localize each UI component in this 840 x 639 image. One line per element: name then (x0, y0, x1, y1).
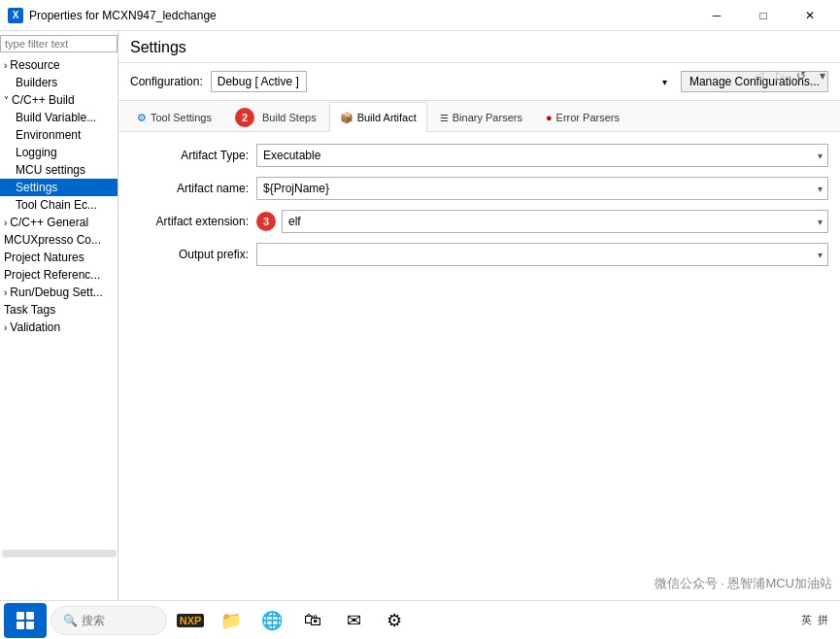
build-artifact-icon: 📦 (340, 112, 353, 124)
taskbar-search[interactable]: 🔍 (50, 606, 167, 635)
artifact-type-row: Artifact Type: Executable (130, 144, 828, 167)
artifact-ext-label: Artifact extension: (130, 215, 256, 228)
artifact-name-select[interactable]: ${ProjName} (256, 177, 828, 200)
config-row: Configuration: Debug [ Active ] Manage C… (118, 63, 840, 101)
sidebar-item-builders[interactable]: Builders (0, 74, 118, 91)
taskbar-apps: NXP 📁 🌐 🛍 ✉ ⚙ (171, 603, 793, 638)
sidebar-item-project-natures[interactable]: Project Natures (0, 249, 118, 266)
step2-badge: 2 (235, 108, 254, 127)
arrow-icon: › (4, 60, 7, 71)
taskbar-app-store[interactable]: 🛍 (293, 603, 332, 638)
nav-back-button[interactable]: ◁ (749, 66, 768, 85)
nav-menu-button[interactable]: ▾ (813, 66, 832, 85)
arrow-down-icon: ˅ (4, 95, 9, 106)
nav-controls: ◁ ▷ ↺ ▾ (749, 66, 832, 85)
search-icon: 🔍 (63, 614, 78, 627)
form-area: Artifact Type: Executable Artifact name:… (118, 132, 840, 287)
taskbar-app-settings[interactable]: ⚙ (375, 603, 414, 638)
artifact-ext-select[interactable]: elf (282, 210, 828, 233)
filter-input[interactable] (0, 35, 118, 52)
sidebar-item-build-variables[interactable]: Build Variable... (0, 109, 118, 126)
arrow-val-icon: › (4, 322, 7, 333)
close-button[interactable]: ✕ (788, 0, 832, 31)
tab-tool-settings[interactable]: ⚙ Tool Settings (126, 102, 222, 132)
artifact-type-label: Artifact Type: (130, 149, 256, 162)
artifact-name-label: Artifact name: (130, 182, 256, 195)
binary-parsers-icon: ☰ (440, 113, 449, 123)
tabs-bar: ⚙ Tool Settings 2 Build Steps 📦 Build Ar… (118, 101, 840, 132)
taskbar-app-nxp[interactable]: NXP (171, 603, 210, 638)
content-panel: ◁ ▷ ↺ ▾ Settings Configuration: Debug [ … (118, 31, 840, 600)
nav-forward-button[interactable]: ▷ (770, 66, 790, 85)
scrollbar[interactable] (2, 550, 117, 557)
tab-error-parsers[interactable]: ● Error Parsers (535, 102, 630, 132)
window-controls: ─ □ ✕ (694, 0, 832, 31)
search-input[interactable] (82, 614, 150, 627)
sidebar-item-resource[interactable]: › Resource (0, 56, 118, 74)
sidebar-item-cpp-general[interactable]: › C/C++ General (0, 214, 118, 231)
maximize-button[interactable]: □ (741, 0, 786, 31)
output-prefix-row: Output prefix: (130, 243, 828, 266)
output-prefix-select-wrapper (256, 243, 828, 266)
page-title: Settings (130, 39, 186, 55)
systray-ime: 拼 (818, 613, 828, 627)
taskbar: 🔍 NXP 📁 🌐 🛍 ✉ ⚙ 英 拼 (0, 600, 840, 639)
tool-settings-icon: ⚙ (137, 112, 147, 124)
tab-build-artifact[interactable]: 📦 Build Artifact (329, 102, 427, 132)
config-select-wrapper: Debug [ Active ] (211, 71, 673, 92)
sidebar-item-tool-chain-ec[interactable]: Tool Chain Ec... (0, 196, 118, 214)
step3-badge: 3 (256, 212, 276, 231)
sidebar-item-cpp-build[interactable]: ˅ C/C++ Build (0, 91, 118, 109)
app-icon: X (8, 8, 23, 23)
nav-refresh-button[interactable]: ↺ (791, 66, 811, 85)
sidebar-item-run-debug[interactable]: › Run/Debug Sett... (0, 284, 118, 301)
taskbar-app-folder[interactable]: 📁 (212, 603, 251, 638)
start-button[interactable] (4, 603, 47, 638)
taskbar-app-mail[interactable]: ✉ (334, 603, 373, 638)
error-parsers-icon: ● (546, 112, 553, 123)
artifact-ext-select-wrapper: elf (282, 210, 828, 233)
sidebar-item-mcuxpresso[interactable]: MCUXpresso Co... (0, 231, 118, 249)
sidebar-item-logging[interactable]: Logging (0, 144, 118, 161)
content-header: Settings (118, 31, 840, 63)
window-title: Properties for MCXN947_ledchange (29, 9, 694, 22)
main-container: › Resource Builders ˅ C/C++ Build Build … (0, 31, 840, 600)
artifact-type-select-wrapper: Executable (256, 144, 828, 167)
taskbar-app-edge[interactable]: 🌐 (252, 603, 291, 638)
sidebar-item-task-tags[interactable]: Task Tags (0, 301, 118, 319)
artifact-name-row: Artifact name: ${ProjName} (130, 177, 828, 200)
output-prefix-select[interactable] (256, 243, 828, 266)
tab-binary-parsers[interactable]: ☰ Binary Parsers (429, 102, 533, 132)
sidebar-item-mcu-settings[interactable]: MCU settings (0, 161, 118, 179)
sidebar-item-validation[interactable]: › Validation (0, 319, 118, 336)
arrow-run-icon: › (4, 287, 7, 298)
minimize-button[interactable]: ─ (694, 0, 739, 31)
tree-view: › Resource Builders ˅ C/C++ Build Build … (0, 56, 118, 590)
config-select[interactable]: Debug [ Active ] (211, 71, 307, 92)
artifact-name-select-wrapper: ${ProjName} (256, 177, 828, 200)
systray-lang: 英 (801, 613, 812, 627)
output-prefix-label: Output prefix: (130, 248, 256, 261)
systray: 英 拼 (793, 613, 836, 627)
sidebar-item-environment[interactable]: Environment (0, 126, 118, 144)
artifact-type-select[interactable]: Executable (256, 144, 828, 167)
config-label: Configuration: (130, 75, 203, 88)
start-icon (17, 612, 34, 629)
titlebar: X Properties for MCXN947_ledchange ─ □ ✕ (0, 0, 840, 31)
sidebar: › Resource Builders ˅ C/C++ Build Build … (0, 31, 118, 600)
tab-build-steps[interactable]: 2 Build Steps (224, 102, 327, 132)
sidebar-item-project-reference[interactable]: Project Referenc... (0, 266, 118, 284)
artifact-extension-row: Artifact extension: 3 elf (130, 210, 828, 233)
sidebar-item-settings[interactable]: Settings (0, 179, 118, 196)
arrow-right-icon: › (4, 218, 7, 228)
